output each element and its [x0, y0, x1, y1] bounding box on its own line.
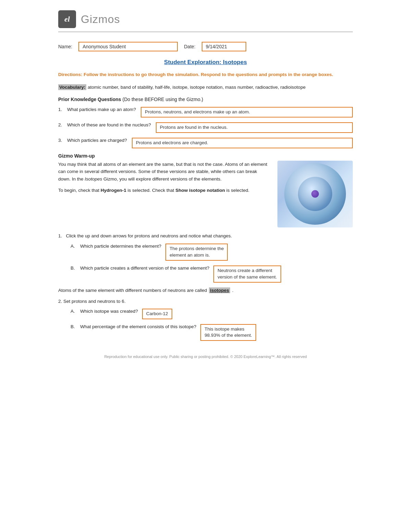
question-2-row: 2. Which of these are found in the nucle… [58, 122, 353, 133]
isotopes-statement-prefix: Atoms of the same element with different… [58, 288, 207, 293]
logo-icon: el [64, 15, 70, 24]
q2-number: 2. [58, 122, 64, 127]
q1-answer[interactable]: Protons, neutrons, and electrons make up… [141, 107, 353, 117]
q2-sub-a-text: Which isotope was created? [80, 309, 138, 314]
header: el Gizmos [58, 10, 353, 32]
hydrogen-bold: Hydrogen-1 [101, 188, 126, 193]
sub-b-answer[interactable]: Neutrons create a different version of t… [213, 265, 281, 283]
q3-answer[interactable]: Protons and electrons are charged. [132, 138, 353, 148]
name-label: Name: [58, 44, 72, 49]
footer: Reproduction for educational use only. P… [58, 355, 353, 359]
warmup-click-instruction: 1. Click the up and down arrows for prot… [58, 232, 353, 240]
document-title: Student Exploration: Isotopes [58, 59, 353, 66]
sub-b-letter: B. [71, 265, 78, 271]
q3-number: 3. [58, 138, 64, 143]
question-3-row: 3. Which particles are charged? Protons … [58, 138, 353, 148]
q2-sub-b-letter: B. [71, 324, 78, 329]
q1-number: 1. [58, 107, 64, 112]
q2-sub-b-text: What percentage of the element consists … [80, 324, 196, 329]
warmup-layout: You may think that all atoms of an eleme… [58, 161, 353, 227]
question-1-row: 1. What particles make up an atom? Proto… [58, 107, 353, 117]
date-field[interactable]: 9/14/2021 [202, 42, 246, 51]
q2-text: 2. Set protons and neutrons to 6. [58, 299, 126, 304]
directions: Directions: Follow the instructions to g… [58, 71, 353, 78]
name-field[interactable]: Anonymous Student [78, 42, 178, 51]
sub-a-answer[interactable]: The protons determine the element an ato… [165, 244, 228, 261]
atom-inner [298, 177, 332, 211]
prior-knowledge-heading: Prior Knowledge Questions (Do these BEFO… [58, 97, 353, 102]
q2-sub-a-row: A. Which isotope was created? Carbon-12 [71, 309, 353, 319]
q2-set-protons: 2. Set protons and neutrons to 6. [58, 299, 353, 304]
atom-outer-ring [284, 163, 346, 225]
show-isotope-bold: Show isotope notation [175, 188, 225, 193]
vocab-terms: atomic number, band of stability, half-l… [88, 85, 306, 90]
sub-a-letter: A. [71, 244, 78, 249]
q2-sub-a-letter: A. [71, 309, 78, 314]
q2-sub-b-row: B. What percentage of the element consis… [71, 324, 353, 341]
app-title: Gizmos [81, 13, 120, 26]
isotopes-statement-suffix: . [232, 288, 234, 293]
vocab-label: Vocabulary: [58, 84, 86, 90]
date-label: Date: [184, 44, 195, 49]
warmup-paragraph: You may think that all atoms of an eleme… [58, 161, 271, 227]
q2-sub-a-answer[interactable]: Carbon-12 [142, 309, 172, 319]
isotopes-statement: Atoms of the same element with different… [58, 287, 353, 293]
warmup-begin-text: To begin, check that Hydrogen-1 is selec… [58, 187, 271, 194]
vocab-line: Vocabulary: atomic number, band of stabi… [58, 84, 353, 91]
q2-text: Which of these are found in the nucleus? [67, 122, 151, 127]
sub-a-text: Which particle determines the element? [80, 244, 161, 249]
warmup-sub-a-row: A. Which particle determines the element… [71, 244, 353, 261]
warmup-heading: Gizmo Warm-up [58, 153, 353, 159]
q2-sub-b-answer[interactable]: This isotope makes 98.93% of the element… [200, 324, 256, 341]
isotopes-word: isotopes [209, 287, 230, 293]
warmup-section: Gizmo Warm-up You may think that all ato… [58, 153, 353, 341]
q2-answer[interactable]: Protons are found in the nucleus. [156, 122, 353, 133]
q1-text: What particles make up an atom? [67, 107, 136, 112]
name-date-row: Name: Anonymous Student Date: 9/14/2021 [58, 42, 353, 51]
isotopes-gizmo-italic: Isotopes [85, 176, 102, 182]
warmup-sub-b-row: B. Which particle creates a different ve… [71, 265, 353, 283]
sub-b-text: Which particle creates a different versi… [80, 265, 209, 271]
atom-nucleus [311, 190, 319, 198]
q3-text: Which particles are charged? [67, 138, 127, 143]
atom-image [277, 161, 353, 227]
logo-box: el [58, 10, 76, 28]
